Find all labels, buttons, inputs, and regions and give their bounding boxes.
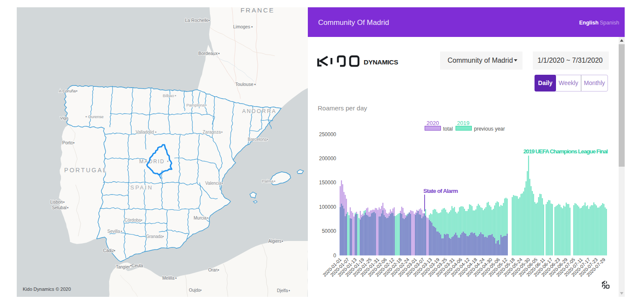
svg-text:A Coruña: A Coruña [59, 88, 76, 93]
svg-text:SPAIN: SPAIN [130, 184, 153, 191]
svg-text:•: • [175, 276, 177, 281]
svg-text:•: • [67, 205, 69, 210]
svg-text:•: • [222, 181, 223, 186]
svg-text:•: • [218, 268, 219, 272]
svg-text:100000: 100000 [319, 204, 336, 210]
svg-text:Djelfa: Djelfa [277, 288, 288, 293]
svg-text:Murcia: Murcia [194, 216, 207, 220]
svg-text:Palma: Palma [262, 179, 274, 183]
svg-text:•: • [73, 140, 75, 145]
svg-text:200000: 200000 [319, 156, 336, 162]
svg-text:Oujda: Oujda [189, 288, 200, 293]
svg-text:Algiers: Algiers [268, 239, 282, 244]
svg-text:•: • [207, 216, 209, 220]
svg-text:Sevilla: Sevilla [107, 229, 120, 234]
svg-text:Córdoba: Córdoba [125, 218, 141, 223]
svg-text:•: • [274, 179, 275, 183]
svg-text:Oran: Oran [208, 268, 218, 272]
svg-text:•: • [254, 82, 256, 87]
svg-text:Bilbao: Bilbao [163, 93, 174, 98]
svg-text:Setubal: Setubal [52, 205, 67, 210]
svg-text:•: • [218, 51, 220, 56]
svg-text:•: • [175, 93, 176, 98]
svg-text:•: • [205, 103, 207, 107]
svg-text:DYNAMICS: DYNAMICS [364, 58, 399, 66]
svg-text:Vigo: Vigo [60, 116, 68, 120]
svg-text:Barcelona: Barcelona [248, 137, 267, 142]
svg-text:Limoges: Limoges [233, 24, 250, 29]
svg-text:FRANCE: FRANCE [240, 7, 275, 14]
svg-text:•: • [167, 159, 169, 164]
svg-text:ANDORRA: ANDORRA [242, 108, 276, 114]
svg-text:Lisbon: Lisbon [50, 200, 63, 204]
svg-text:•: • [76, 88, 77, 93]
svg-text:Kido Dynamics © 2020: Kido Dynamics © 2020 [23, 287, 71, 292]
svg-text:Melilla: Melilla [162, 276, 175, 281]
svg-text:•Ceuta: •Ceuta [130, 263, 143, 268]
svg-text:•: • [221, 130, 223, 134]
svg-text:•: • [114, 248, 115, 253]
svg-text:•: • [289, 288, 290, 293]
svg-text:•: • [141, 218, 143, 223]
svg-text:•: • [282, 239, 283, 244]
svg-text:Toulouse: Toulouse [235, 82, 253, 87]
svg-text:Porto: Porto [62, 140, 73, 145]
svg-text:Cádiz: Cádiz [103, 248, 114, 253]
svg-text:•: • [121, 229, 122, 234]
svg-text:•: • [63, 200, 65, 204]
svg-text:• Ourense: • Ourense [85, 114, 103, 119]
svg-text:150000: 150000 [319, 180, 336, 186]
svg-text:Zaragoza: Zaragoza [203, 130, 221, 134]
svg-text:Granada: Granada [146, 234, 163, 239]
svg-text:•: • [267, 137, 268, 142]
svg-text:State of Alarm: State of Alarm [423, 188, 458, 194]
svg-text:PORTUGAL: PORTUGAL [64, 167, 108, 174]
svg-text:250000: 250000 [319, 131, 336, 137]
svg-text:2019 UEFA Champions League Fin: 2019 UEFA Champions League Final [523, 148, 608, 155]
svg-text:La Rochelle: La Rochelle [185, 18, 209, 23]
svg-text:•: • [208, 18, 210, 23]
svg-text:0: 0 [333, 253, 336, 259]
svg-text:50000: 50000 [322, 228, 337, 234]
svg-text:Valencia: Valencia [205, 181, 222, 186]
svg-text:Tangier: Tangier [116, 265, 130, 269]
svg-text:Bordeaux: Bordeaux [198, 51, 218, 56]
svg-text:•: • [200, 288, 202, 293]
svg-text:•: • [162, 234, 164, 239]
svg-text:Valladolid: Valladolid [136, 130, 154, 134]
svg-text:•: • [155, 130, 157, 134]
svg-text:•: • [251, 24, 253, 29]
svg-text:Pamplona: Pamplona [186, 103, 205, 107]
svg-text:MADRID: MADRID [139, 159, 164, 165]
